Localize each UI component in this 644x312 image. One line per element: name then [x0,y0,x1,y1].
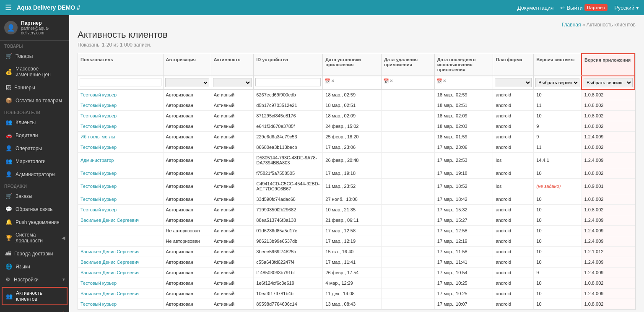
table-cell: 9 [534,268,582,278]
sidebar-item-settings[interactable]: ⚙ Настройки ▾ [0,273,69,286]
hamburger-icon[interactable]: ☰ [5,3,12,12]
table-row: Не авторизованАктивный986213b99e6537db17… [78,236,635,247]
page-subtitle: Показаны 1-20 из 1 000 записи. [78,42,636,48]
filter-auth-select[interactable]: Авторизован Не авторизован [165,78,209,87]
th-sys-ver[interactable]: Версия системы [534,54,582,76]
sidebar-item-mass-price[interactable]: 💰 Массовое изменение цен [0,62,69,81]
table-row: Ибн оглы моглыАвторизованАктивный229e6d6… [78,132,635,142]
languages-icon: 🌐 [5,263,12,270]
filter-user-input[interactable] [80,78,161,86]
filter-install-clear[interactable]: × [331,78,334,84]
sidebar-item-drivers[interactable]: 🚗 Водители [0,129,69,142]
table-cell[interactable]: Тестовый курьер [78,278,163,289]
table-cell: 1.2.1.012 [582,247,635,257]
sidebar-item-feedback[interactable]: 💬 Обратная связь [0,203,69,216]
table-cell[interactable]: Васильев Денис Сергеевич [78,215,163,226]
table-cell: 14.4.1 [534,153,582,168]
th-delete-date[interactable]: Дата удаления приложения [381,54,434,76]
sidebar-item-label: Система лояльности [16,232,58,244]
table-cell[interactable]: Тестовый курьер [78,168,163,179]
table-cell: 17 мар., 15:27 [434,215,493,226]
table-cell: android [493,236,534,247]
table-cell: 17 мар., 19:18 [434,168,493,179]
table-cell[interactable]: Тестовый курьер [78,89,163,100]
table-cell: android [493,289,534,299]
sidebar-item-banners[interactable]: 🖼 Баннеры [0,81,69,94]
th-device-id[interactable]: ID устройства [254,54,323,76]
table-cell: Активный [211,153,254,168]
mass-price-icon: 💰 [5,69,12,75]
filter-sysver-select[interactable]: Выбрать версию... [535,78,579,87]
table-cell[interactable]: Тестовый курьер [78,179,163,194]
table-cell[interactable]: Тестовый курьер [78,100,163,111]
table-cell: android [493,205,534,215]
filter-install-calendar-icon: 📅 [325,78,330,84]
table-row: Тестовый курьерАвторизованАктивный6267ec… [78,89,635,100]
sidebar-item-admins[interactable]: 👤 Администраторы [0,168,69,181]
table-cell[interactable]: Тестовый курьер [78,299,163,309]
th-app-ver[interactable]: Версия приложения [582,54,635,76]
table-cell: android [493,226,534,236]
feedback-icon: 💬 [5,206,12,212]
table-cell: 18 мар., 02:09 [323,111,382,121]
table-cell[interactable]: Ибн оглы моглы [78,132,163,142]
sidebar-item-clients[interactable]: 👥 Клиенты [0,116,69,129]
table-cell: Авторизован [163,257,211,268]
th-activity[interactable]: Активность [211,54,254,76]
language-selector[interactable]: Русский ▾ [614,5,639,11]
exit-button[interactable]: ↩ Выйти Партнер [560,4,608,11]
th-lastuse-date[interactable]: Дата последнего использования приложения [434,54,493,76]
table-cell: 24 февр., 15:02 [323,121,382,132]
filter-platform-select[interactable]: android ios [495,78,532,87]
filter-platform-cell: android ios [493,76,534,89]
settings-icon: ⚙ [5,276,10,283]
table-cell[interactable]: Тестовый курьер [78,205,163,215]
documentation-link[interactable]: Документация [517,5,554,11]
filter-activity-select[interactable]: Активный Неактивный [213,78,252,87]
filter-delete-clear[interactable]: × [390,78,393,84]
th-user[interactable]: Пользователь [78,54,163,76]
table-cell: 10 [534,111,582,121]
th-install-date[interactable]: Дата установки приложения [323,54,382,76]
table-cell: Авторизован [163,268,211,278]
sidebar-item-goods[interactable]: 🛒 Товары [0,49,69,62]
table-cell: 1.2.4.009 [582,226,635,236]
section-label-users: Пользователи [0,107,69,116]
filter-appver-select[interactable]: Выбрать версию... [584,78,633,87]
sidebar-item-languages[interactable]: 🌐 Языки [0,260,69,273]
table-cell: 6267ecd69f900edb [254,89,323,100]
sidebar-item-loyalty[interactable]: 🏆 Система лояльности ◀ [0,229,69,247]
sidebar-item-operators[interactable]: 👤 Операторы [0,142,69,155]
sidebar-item-marketers[interactable]: 👥 Маркетологи [0,155,69,168]
table-cell [381,268,434,278]
table-cell: Авторизован [163,111,211,121]
th-platform[interactable]: Платформа [493,54,534,76]
breadcrumb-home[interactable]: Главная [562,22,581,28]
active-indicator-arrow: ↓ [0,306,69,312]
table-cell [381,247,434,257]
table-cell: 18 мар., 02:03 [434,121,493,132]
table-cell[interactable]: Тестовый курьер [78,121,163,132]
table-cell[interactable]: Тестовый курьер [78,142,163,153]
table-cell[interactable]: Васильев Денис Сергеевич [78,247,163,257]
th-auth[interactable]: Авторизация [163,54,211,76]
filter-device-input[interactable] [255,78,321,86]
table-cell: 17 мар., 10:25 [434,289,493,299]
sidebar-item-client-activity[interactable]: 👥 Активность клиентов [2,287,68,305]
table-cell[interactable]: Тестовый курьер [78,111,163,121]
sidebar-item-push[interactable]: 🔔 Push уведомления [0,216,69,229]
table-cell: 1.0.8.002 [582,299,635,309]
sidebar-item-orders[interactable]: 🛒 Заказы [0,190,69,203]
sidebar-item-stock[interactable]: 📦 Остатки по товарам [0,94,69,107]
table-cell[interactable]: Васильев Денис Сергеевич [78,257,163,268]
sidebar-item-cities[interactable]: 🏙 Города доставки [0,247,69,260]
table-row: Васильев Денис СергеевичАвторизованАктив… [78,215,635,226]
table-cell[interactable]: Администратор [78,153,163,168]
filter-activity-cell: Активный Неактивный [211,76,254,89]
table-cell: 10 [534,236,582,247]
filter-lastuse-clear[interactable]: × [443,78,446,84]
table-cell[interactable]: Васильев Денис Сергеевич [78,268,163,278]
table-cell[interactable]: Васильев Денис Сергеевич [78,289,163,299]
table-row: Тестовый курьерАвторизованАктивный719903… [78,205,635,215]
table-cell[interactable]: Тестовый курьер [78,194,163,205]
